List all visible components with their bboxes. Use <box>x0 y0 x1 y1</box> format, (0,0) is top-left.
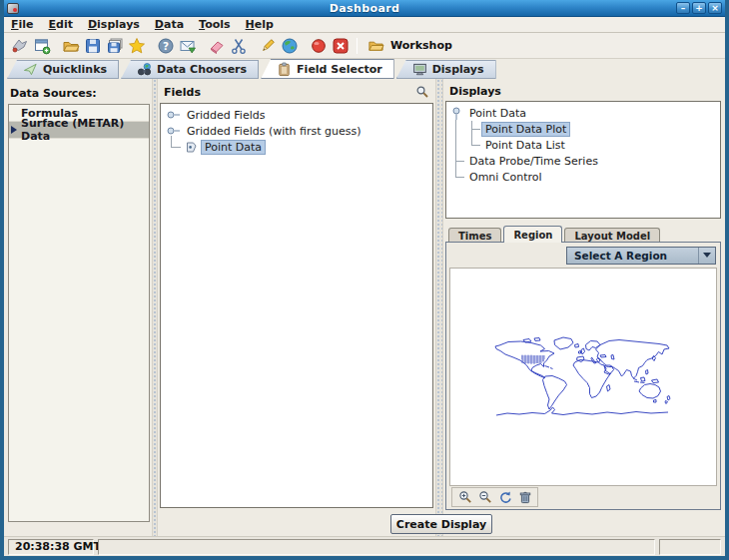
tree-item-label: Omni Control <box>465 170 546 185</box>
toolbar-separator <box>357 38 358 54</box>
point-data-leaf-icon <box>185 141 198 154</box>
tree-item-label: Gridded Fields <box>183 108 269 123</box>
status-bar: 20:38:38 GMT <box>4 536 725 556</box>
workshop-label: Workshop <box>390 39 452 52</box>
maximize-button[interactable]: + <box>692 2 706 14</box>
displays-header: Displays <box>445 85 721 101</box>
zoom-out-icon[interactable] <box>476 489 493 505</box>
stop-icon[interactable] <box>330 35 352 57</box>
data-sources-list: Formulas Surface (METAR) Data <box>8 104 150 522</box>
create-display-button[interactable]: Create Display <box>390 514 492 534</box>
open-folder-icon[interactable] <box>60 35 82 57</box>
tab-label: Data Choosers <box>157 63 247 76</box>
main-tab-bar: Quicklinks Data Choosers Field Selector … <box>4 59 725 79</box>
tab-quicklinks[interactable]: Quicklinks <box>7 60 119 79</box>
memory-readout <box>659 539 721 555</box>
list-item-surface-metar[interactable]: Surface (METAR) Data <box>9 122 149 139</box>
show-dashboard-icon[interactable] <box>9 35 31 57</box>
region-combobox[interactable]: Select A Region <box>566 247 716 265</box>
record-icon[interactable] <box>308 35 330 57</box>
search-icon[interactable] <box>415 85 429 99</box>
tab-data-choosers[interactable]: Data Choosers <box>121 60 259 79</box>
subtab-region[interactable]: Region <box>503 226 562 243</box>
subtab-layout-model[interactable]: Layout Model <box>564 228 660 243</box>
globe-icon[interactable] <box>279 35 301 57</box>
tab-label: Quicklinks <box>43 63 107 76</box>
minimize-button[interactable]: – <box>676 2 690 14</box>
save-copy-icon[interactable] <box>104 35 126 57</box>
tree-item-data-probe[interactable]: Data Probe/Time Series <box>446 153 720 169</box>
new-window-icon[interactable] <box>31 35 53 57</box>
tab-field-selector[interactable]: Field Selector <box>261 59 394 79</box>
tree-item-label: Point Data Plot <box>481 122 570 137</box>
tree-item-label: Data Probe/Time Series <box>465 154 602 169</box>
status-message-area <box>98 539 655 555</box>
subtab-label: Region <box>513 230 552 241</box>
splitter-right[interactable] <box>435 79 443 536</box>
map-toolbar <box>451 487 538 507</box>
data-sources-panel: Data Sources: Formulas Surface (METAR) D… <box>4 79 152 536</box>
svg-text:?: ? <box>163 40 169 52</box>
menu-tools[interactable]: Tools <box>199 18 230 31</box>
tab-label: Displays <box>432 63 484 76</box>
data-choosers-icon <box>137 62 152 77</box>
publish-icon[interactable] <box>177 35 199 57</box>
displays-panel: Displays Point Data Point Data Plot Poin… <box>443 79 725 512</box>
close-button[interactable]: × <box>708 2 722 14</box>
world-map-outline <box>493 330 673 424</box>
menu-displays[interactable]: Displays <box>88 18 140 31</box>
selection-arrow-icon <box>11 126 17 134</box>
menu-data[interactable]: Data <box>155 18 184 31</box>
tree-item-gridded-fields[interactable]: Gridded Fields <box>161 107 432 123</box>
favorites-star-icon[interactable] <box>126 35 148 57</box>
quicklinks-icon <box>23 62 38 77</box>
tree-item-label: Gridded Fields (with first guess) <box>183 124 365 139</box>
reset-projection-icon[interactable] <box>496 489 513 505</box>
menu-bar: File Edit Displays Data Tools Help <box>4 17 725 33</box>
tree-item-label: Point Data <box>465 106 530 121</box>
tree-item-label: Point Data List <box>481 138 569 153</box>
tree-item-point-data-list[interactable]: Point Data List <box>446 137 720 153</box>
tree-item-point-data-root[interactable]: Point Data <box>446 105 720 121</box>
tree-item-point-data[interactable]: Point Data <box>161 139 432 155</box>
tab-label: Field Selector <box>297 63 382 76</box>
workshop-folder-icon[interactable] <box>364 35 386 57</box>
edit-pencil-icon[interactable] <box>257 35 279 57</box>
region-map[interactable] <box>449 268 717 486</box>
subtab-label: Times <box>458 231 491 242</box>
displays-tree: Point Data Point Data Plot Point Data Li… <box>445 101 721 219</box>
tab-displays[interactable]: Displays <box>396 60 496 79</box>
region-combobox-value: Select A Region <box>567 248 698 264</box>
fields-tree: Gridded Fields Gridded Fields (with firs… <box>160 103 433 508</box>
tree-item-omni-control[interactable]: Omni Control <box>446 169 720 185</box>
title-bar: Dashboard – + × <box>4 0 725 17</box>
menu-edit[interactable]: Edit <box>49 18 73 31</box>
main-content: Data Sources: Formulas Surface (METAR) D… <box>4 79 725 536</box>
save-icon[interactable] <box>82 35 104 57</box>
menu-help[interactable]: Help <box>246 18 274 31</box>
bottom-button-bar: Create Display <box>158 512 725 536</box>
data-sources-header: Data Sources: <box>8 87 150 100</box>
tree-item-gridded-fields-first-guess[interactable]: Gridded Fields (with first guess) <box>161 123 432 139</box>
chevron-down-icon[interactable] <box>698 248 715 264</box>
eraser-icon[interactable] <box>206 35 228 57</box>
zoom-in-icon[interactable] <box>456 489 473 505</box>
clock-readout: 20:38:38 GMT <box>8 539 94 555</box>
field-selector-icon <box>277 62 292 77</box>
tree-item-point-data-plot[interactable]: Point Data Plot <box>446 121 720 137</box>
fields-header: Fields <box>162 86 201 99</box>
displays-icon <box>412 62 427 77</box>
main-toolbar: ? Workshop <box>4 33 725 59</box>
list-item-label: Surface (METAR) Data <box>21 117 149 143</box>
cut-icon[interactable] <box>228 35 250 57</box>
delete-region-trash-icon[interactable] <box>516 489 533 505</box>
tree-expanded-handle-icon[interactable] <box>449 105 463 121</box>
fields-panel: Fields Gridded Fields Gridded Fields (wi… <box>158 79 435 512</box>
help-icon[interactable]: ? <box>155 35 177 57</box>
menu-file[interactable]: File <box>11 18 34 31</box>
subtab-times[interactable]: Times <box>448 228 501 243</box>
window-title: Dashboard <box>4 2 725 15</box>
region-tabbedpane: Times Region Layout Model Select A Regio… <box>445 226 721 510</box>
subtab-label: Layout Model <box>574 231 650 242</box>
tree-collapsed-handle-icon[interactable] <box>165 108 181 122</box>
